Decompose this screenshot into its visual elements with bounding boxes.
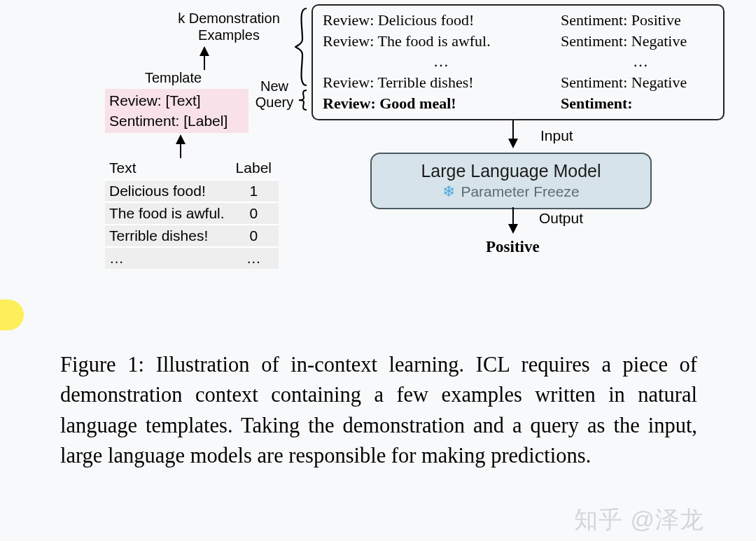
brace-query xyxy=(295,88,311,112)
arrow-output xyxy=(508,207,518,234)
template-box: Review: [Text] Sentiment: [Label] xyxy=(105,89,248,133)
table-ellipsis-row: … … xyxy=(105,247,279,269)
output-label: Output xyxy=(539,210,583,227)
input-label: Input xyxy=(540,127,573,144)
brace-demos xyxy=(293,6,312,88)
table-row: Delicious food! 1 xyxy=(105,180,279,202)
demo-row: Review: The food is awful. Sentiment: Ne… xyxy=(323,31,713,52)
th-label: Label xyxy=(232,158,279,180)
new-query-label: New Query xyxy=(253,78,295,111)
arrow-table-to-template xyxy=(181,134,186,158)
demo-ellipsis: … … xyxy=(323,51,713,72)
figure-caption: Figure 1: Illustration of in-context lea… xyxy=(60,350,697,471)
llm-title: Large Language Model xyxy=(384,161,638,181)
highlight-blob xyxy=(0,300,24,330)
llm-subtitle: Parameter Freeze xyxy=(461,183,579,200)
query-row: Review: Good meal! Sentiment: xyxy=(323,93,713,114)
table-row: Terrible dishes! 0 xyxy=(105,225,279,247)
arrow-input xyxy=(508,120,518,148)
template-line2: Sentiment: [Label] xyxy=(109,111,244,131)
table-row: The food is awful. 0 xyxy=(105,202,279,225)
data-table: Text Label Delicious food! 1 The food is… xyxy=(105,158,279,269)
template-label: Template xyxy=(145,70,202,86)
th-text: Text xyxy=(105,158,232,180)
arrow-template-to-demo xyxy=(204,46,209,70)
llm-box: Large Language Model ❄ Parameter Freeze xyxy=(370,153,652,209)
snowflake-icon: ❄ xyxy=(442,183,455,201)
watermark: 知乎 @泽龙 xyxy=(574,504,704,536)
template-line1: Review: [Text] xyxy=(109,90,244,111)
k-demo-label: k Demonstration Examples xyxy=(166,10,292,43)
output-value: Positive xyxy=(486,238,540,256)
prompt-box: Review: Delicious food! Sentiment: Posit… xyxy=(312,4,724,120)
demo-row: Review: Delicious food! Sentiment: Posit… xyxy=(323,10,713,31)
demo-row: Review: Terrible dishes! Sentiment: Nega… xyxy=(323,72,713,93)
